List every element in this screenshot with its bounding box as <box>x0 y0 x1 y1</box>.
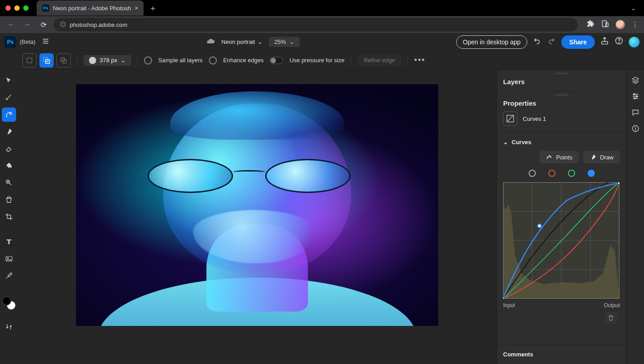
open-desktop-button[interactable]: Open in desktop app <box>456 35 527 49</box>
eraser-tool[interactable] <box>2 141 16 156</box>
panel-grip[interactable] <box>555 94 568 96</box>
curves-section-label: Curves <box>512 139 531 146</box>
brush-preview-icon <box>89 57 96 64</box>
chevron-down-icon: ⌄ <box>258 39 263 45</box>
window-close-dot[interactable] <box>5 5 11 11</box>
browser-tab[interactable]: Ps Neon portrait - Adobe Photosh × <box>37 0 144 16</box>
curves-layer-name: Curves 1 <box>523 116 546 122</box>
adjustments-rail-icon[interactable] <box>629 90 642 103</box>
window-zoom-dot[interactable] <box>23 5 29 11</box>
pressure-size-toggle[interactable] <box>270 57 283 64</box>
svg-rect-34 <box>635 128 636 130</box>
chevron-down-icon: ⌄ <box>289 39 294 45</box>
fill-tool[interactable] <box>2 158 16 173</box>
svg-point-17 <box>550 156 551 157</box>
refine-edge-button: Refine edge <box>357 54 401 66</box>
url-text: photoshop.adobe.com <box>70 21 127 28</box>
layers-rail-icon[interactable] <box>629 73 642 87</box>
brush-tool[interactable] <box>2 124 16 139</box>
portrait-image <box>76 84 438 326</box>
sample-all-layers-toggle[interactable] <box>144 56 152 64</box>
channel-red[interactable] <box>548 170 555 177</box>
selection-add-mode[interactable] <box>39 53 54 68</box>
chevron-down-icon: ⌄ <box>503 139 508 146</box>
document-name: Neon portrait <box>221 39 255 45</box>
channel-blue[interactable] <box>588 170 595 177</box>
site-info-icon[interactable] <box>60 21 66 29</box>
device-toggle-icon[interactable] <box>601 20 609 30</box>
clone-stamp-tool[interactable] <box>2 193 16 207</box>
extensions-icon[interactable] <box>587 20 595 30</box>
tab-favicon-ps: Ps <box>42 4 49 12</box>
channel-rgb[interactable] <box>529 170 536 177</box>
svg-rect-6 <box>27 58 32 63</box>
spot-heal-tool[interactable] <box>2 176 16 190</box>
selection-subtract-mode[interactable] <box>56 53 71 68</box>
info-rail-icon[interactable] <box>629 122 642 135</box>
beta-label: (Beta) <box>20 39 35 45</box>
svg-point-14 <box>8 257 8 258</box>
color-swatches[interactable] <box>2 296 16 310</box>
panel-grip[interactable] <box>555 73 568 74</box>
brush-size-dropdown[interactable]: 378 px ⌄ <box>84 55 131 66</box>
svg-point-28 <box>538 224 541 227</box>
address-bar[interactable]: photoshop.adobe.com <box>54 18 578 31</box>
canvas-area[interactable] <box>18 70 496 364</box>
delete-adjustment-button[interactable] <box>605 312 617 324</box>
channel-green[interactable] <box>568 170 575 177</box>
curves-adjustment-icon <box>503 111 517 126</box>
svg-point-11 <box>10 113 12 115</box>
tabs-dropdown-icon[interactable]: ⌄ <box>631 5 639 12</box>
curves-points-mode[interactable]: Points <box>539 151 579 163</box>
selection-new-mode[interactable] <box>22 53 37 68</box>
svg-rect-3 <box>602 42 607 44</box>
transform-tool[interactable] <box>2 90 16 105</box>
tab-close-icon[interactable]: × <box>135 4 138 12</box>
quick-select-tool[interactable] <box>2 107 16 122</box>
undo-button[interactable] <box>533 36 542 47</box>
browser-menu-icon[interactable]: ⋮ <box>631 21 639 29</box>
tool-rail <box>0 70 18 364</box>
properties-panel-title: Properties <box>503 99 620 107</box>
curves-draw-mode[interactable]: Draw <box>583 151 620 163</box>
more-options-button[interactable]: ••• <box>414 56 425 65</box>
new-tab-button[interactable]: ＋ <box>149 3 157 13</box>
svg-rect-8 <box>46 59 50 63</box>
svg-point-35 <box>635 127 636 128</box>
sample-all-layers-label: Sample all layers <box>158 57 203 64</box>
crop-tool[interactable] <box>2 210 16 224</box>
eyedropper-tool[interactable] <box>2 269 16 283</box>
export-button[interactable] <box>600 36 609 47</box>
zoom-dropdown[interactable]: 25% ⌄ <box>269 37 300 47</box>
enhance-edges-toggle[interactable] <box>209 56 217 64</box>
app-logo-ps[interactable]: Ps <box>4 36 16 48</box>
type-tool[interactable] <box>2 235 16 249</box>
place-image-tool[interactable] <box>2 252 16 266</box>
enhance-edges-label: Enhance edges <box>223 57 263 64</box>
swap-colors-tool[interactable] <box>2 320 16 334</box>
comments-rail-icon[interactable] <box>629 106 642 119</box>
nav-forward-button: → <box>21 21 33 29</box>
curves-accordion-header[interactable]: ⌄ Curves <box>503 139 620 146</box>
curves-graph[interactable] <box>503 182 620 299</box>
window-minimize-dot[interactable] <box>14 5 20 11</box>
nav-reload-button[interactable]: ⟳ <box>38 21 49 29</box>
svg-point-30 <box>633 94 635 95</box>
app-menu-button[interactable] <box>42 37 50 47</box>
foreground-color-swatch[interactable] <box>2 296 11 305</box>
pressure-size-label: Use pressure for size <box>289 57 344 64</box>
profile-avatar[interactable] <box>615 20 625 30</box>
share-button[interactable]: Share <box>561 35 595 49</box>
svg-point-5 <box>619 43 619 43</box>
tab-title: Neon portrait - Adobe Photosh <box>53 5 131 12</box>
comments-panel-title[interactable]: Comments <box>497 345 626 364</box>
help-button[interactable] <box>614 36 623 47</box>
move-tool[interactable] <box>2 73 16 88</box>
canvas[interactable] <box>76 84 438 326</box>
document-name-dropdown[interactable]: Neon portrait ⌄ <box>221 39 263 45</box>
cloud-status-icon[interactable] <box>206 37 215 47</box>
nav-back-button[interactable]: ← <box>5 21 17 29</box>
account-avatar[interactable] <box>629 37 640 47</box>
layers-panel-title: Layers <box>503 78 620 86</box>
svg-point-32 <box>634 98 636 99</box>
